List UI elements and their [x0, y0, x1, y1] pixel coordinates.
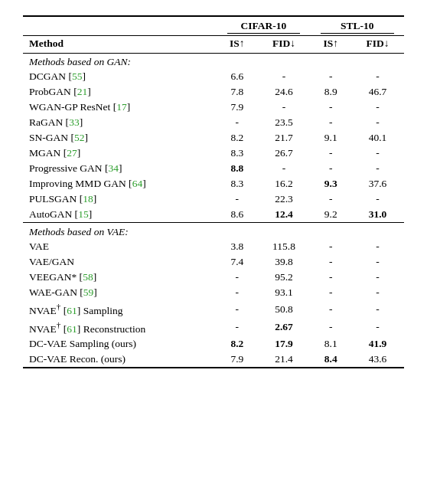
table-row: NVAE† [61] Sampling - 50.8 - -	[23, 300, 404, 319]
column-headers-row: Method IS↑ FID↓ IS↑ FID↓	[23, 36, 404, 54]
table-row: PULSGAN [18] - 22.3 - -	[23, 191, 404, 207]
group-header-row: CIFAR-10 STL-10	[23, 16, 404, 36]
table-row: DC-VAE Recon. (ours) 7.9 21.4 8.4 43.6	[23, 352, 404, 368]
method-col-header: Method	[23, 36, 217, 54]
is-cifar-col-header: IS↑	[217, 36, 257, 54]
table-row: VAE 3.8 115.8 - -	[23, 239, 404, 254]
table-row: WGAN-GP ResNet [17] 7.9 - - -	[23, 100, 404, 115]
table-row: ProbGAN [21] 7.8 24.6 8.9 46.7	[23, 84, 404, 100]
table-row: SN-GAN [52] 8.2 21.7 9.1 40.1	[23, 130, 404, 146]
is-stl-col-header: IS↑	[311, 36, 351, 54]
gan-section-label: Methods based on GAN:	[23, 54, 404, 70]
table-row: Progressive GAN [34] 8.8 - - -	[23, 161, 404, 176]
table-row: DC-VAE Sampling (ours) 8.2 17.9 8.1 41.9	[23, 336, 404, 352]
table-row: Improving MMD GAN [64] 8.3 16.2 9.3 37.6	[23, 176, 404, 191]
table-row: RaGAN [33] - 23.5 - -	[23, 115, 404, 130]
table-row: AutoGAN [15] 8.6 12.4 9.2 31.0	[23, 207, 404, 223]
table-row: VEEGAN* [58] - 95.2 - -	[23, 270, 404, 285]
table-row: MGAN [27] 8.3 26.7 - -	[23, 146, 404, 161]
comparison-table: CIFAR-10 STL-10 Method IS↑ FID↓ IS↑ FID↓…	[23, 15, 404, 368]
fid-stl-col-header: FID↓	[351, 36, 404, 54]
stl-group-header: STL-10	[321, 20, 394, 34]
fid-cifar-col-header: FID↓	[258, 36, 311, 54]
table-row: WAE-GAN [59] - 93.1 - -	[23, 285, 404, 300]
table-row: VAE/GAN 7.4 39.8 - -	[23, 254, 404, 270]
table-row: DCGAN [55] 6.6 - - -	[23, 69, 404, 84]
cifar-group-header: CIFAR-10	[227, 20, 301, 34]
vae-section-label: Methods based on VAE:	[23, 223, 404, 240]
table-row: NVAE† [61] Reconstruction - 2.67 - -	[23, 319, 404, 337]
